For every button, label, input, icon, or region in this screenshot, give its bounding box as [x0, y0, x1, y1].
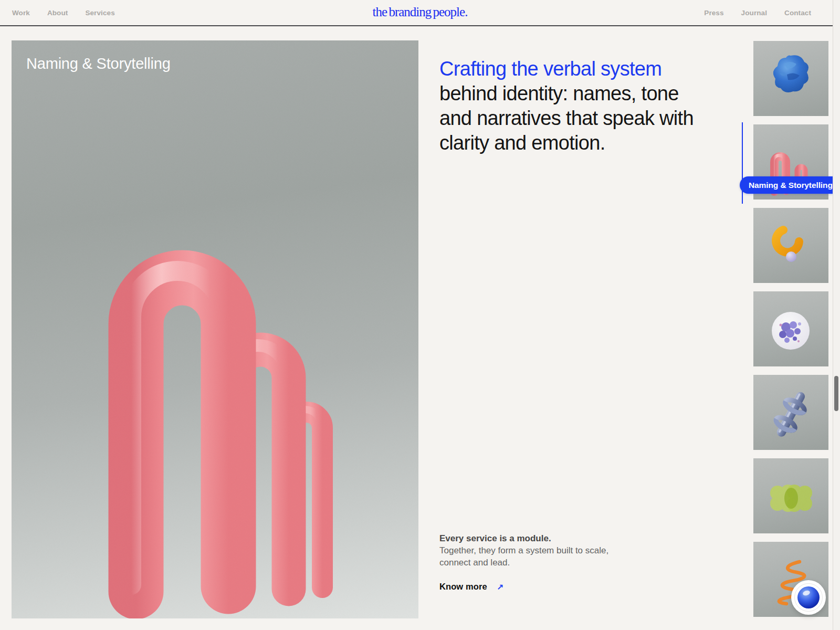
know-more-label: Know more [439, 582, 487, 592]
globe-button[interactable] [791, 580, 826, 615]
slide-title: Naming & Storytelling [26, 55, 171, 72]
module-note-line: Together, they form a system built to sc… [439, 544, 660, 556]
thumbnail-purple-cluster[interactable] [753, 291, 828, 366]
module-note: Every service is a module. Together, the… [439, 532, 660, 569]
headline: Crafting the verbal system behind identi… [439, 57, 723, 155]
green-clover-icon [753, 458, 828, 533]
headline-line: clarity and emotion. [439, 131, 723, 155]
top-navigation: Work About Services the branding people.… [0, 0, 840, 26]
thumbnail-green-clovers[interactable] [753, 458, 828, 533]
nav-left-group: Work About Services [12, 9, 115, 17]
steel-fastener-icon [753, 375, 828, 450]
purple-cluster-icon [753, 291, 828, 366]
orange-macaroni-icon [753, 208, 828, 283]
thumbnail-blue-blob[interactable] [753, 41, 828, 116]
scrollbar-thumb[interactable] [834, 376, 838, 411]
thumbnail-steel-fastener[interactable] [753, 375, 828, 450]
nav-item-services[interactable]: Services [85, 9, 114, 17]
headline-line: and narratives that speak with [439, 106, 723, 131]
module-note-line: connect and lead. [439, 556, 660, 569]
nav-item-contact[interactable]: Contact [784, 9, 811, 17]
headline-accent: Crafting the verbal system [439, 58, 662, 80]
hero-slide-image: Naming & Storytelling [12, 40, 418, 618]
nav-item-journal[interactable]: Journal [741, 9, 767, 17]
active-slide-badge[interactable]: Naming & Storytelling [740, 176, 840, 194]
inflatable-arches-illustration [12, 40, 418, 618]
nav-right-group: Press Journal Contact [704, 9, 811, 17]
nav-item-about[interactable]: About [47, 9, 68, 17]
thumbnail-orange-macaroni[interactable] [753, 208, 828, 283]
know-more-link[interactable]: Know more ↗ [439, 582, 503, 592]
globe-icon [797, 586, 820, 608]
module-note-bold: Every service is a module. [439, 532, 660, 544]
headline-line: behind identity: names, tone [439, 81, 723, 106]
scrollbar-track[interactable] [833, 0, 840, 630]
nav-item-press[interactable]: Press [704, 9, 723, 17]
nav-item-work[interactable]: Work [12, 9, 30, 17]
blue-blob-icon [753, 41, 828, 116]
arrow-up-right-icon: ↗ [497, 582, 504, 592]
brand-logo[interactable]: the branding people. [373, 5, 468, 19]
